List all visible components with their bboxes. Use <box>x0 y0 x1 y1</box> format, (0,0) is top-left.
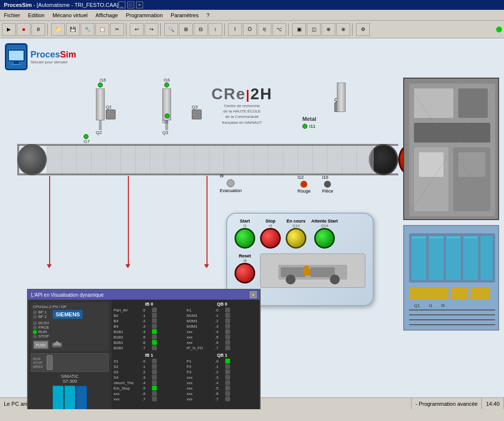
sensor-i16-led <box>164 83 169 87</box>
tb-btn3[interactable]: 🔧 <box>81 23 94 36</box>
io-bit-led <box>225 329 230 334</box>
tb-io3[interactable]: ⎗ <box>258 23 271 36</box>
push-button[interactable]: PUSH <box>33 340 49 349</box>
cylinder-i16: I16 Q3 <box>162 78 171 135</box>
bf2-led <box>33 315 37 319</box>
sensor-i11-led <box>302 124 307 129</box>
io-bit-led <box>225 375 230 380</box>
reset-button[interactable] <box>235 263 255 283</box>
svg-rect-2 <box>14 62 19 64</box>
tb-redo[interactable]: ↪ <box>145 23 158 36</box>
tb-btn8[interactable]: ⊟ <box>194 23 208 36</box>
io-bit-led <box>225 380 230 385</box>
tb-btn4[interactable]: 📋 <box>95 23 109 36</box>
left-roller <box>17 144 47 175</box>
svg-rect-18 <box>419 152 444 177</box>
tb-stop[interactable]: ■ <box>17 23 30 36</box>
tb-var3[interactable]: ⊕ <box>322 23 335 36</box>
menu-mecano[interactable]: Mécano virtuel <box>49 11 92 19</box>
maximize-button[interactable]: □ <box>127 1 134 8</box>
tb-var1[interactable]: ▣ <box>292 23 306 36</box>
menu-edition[interactable]: Edition <box>24 11 49 19</box>
tb-io2[interactable]: O <box>243 23 257 36</box>
io-bit-led <box>152 318 157 323</box>
io-row: oteur0_The.4 <box>114 380 185 385</box>
menu-programmation[interactable]: Programmation <box>122 11 167 19</box>
logo-text: ProcesSim <box>30 50 76 60</box>
io-bit-led <box>152 345 157 350</box>
svg-rect-6 <box>310 267 335 277</box>
io-bit-led <box>152 375 157 380</box>
attente-start-button[interactable] <box>314 228 335 249</box>
svg-rect-15 <box>414 123 490 142</box>
cyl-right <box>337 83 346 112</box>
io-bit-led <box>152 335 157 339</box>
svg-point-7 <box>286 275 296 284</box>
en-cours-area: En cours Q13 <box>286 219 306 249</box>
ib0-rows: Part_AV.0B2.1B3.2B4.3B1B1.4B1B2.5B2B1.6B… <box>114 308 185 350</box>
svg-rect-3 <box>11 64 21 65</box>
module-1 <box>53 386 63 409</box>
photo-panel-2: Q1 I1 I5 <box>403 225 499 331</box>
start-button[interactable] <box>235 228 255 249</box>
io-bit-led <box>225 313 230 318</box>
tb-undo[interactable]: ↩ <box>130 23 144 36</box>
api-close-button[interactable]: × <box>250 291 257 298</box>
io-row: IP_N_FO.7 <box>187 345 258 350</box>
io-bit-led <box>225 318 230 323</box>
stop-button[interactable] <box>260 228 281 249</box>
menu-help[interactable]: ? <box>203 11 213 19</box>
simulation-canvas: ProcesSim Simuler pour stimuler CRe|2H C… <box>0 38 504 409</box>
svg-rect-41 <box>409 319 495 320</box>
menu-fichier[interactable]: Fichier <box>0 11 24 19</box>
svg-rect-30 <box>429 237 443 238</box>
tb-io4[interactable]: ⌥ <box>272 23 286 36</box>
window-controls: _ □ × <box>119 1 143 8</box>
close-button[interactable]: × <box>136 1 143 8</box>
run-led <box>33 330 37 334</box>
tb-new[interactable]: ▶ <box>2 23 16 36</box>
tb-btn7[interactable]: ⊞ <box>179 23 193 36</box>
belt-pattern <box>47 146 374 173</box>
io-row: xxx.7 <box>187 396 258 401</box>
sep1 <box>47 23 49 36</box>
io-row: Part_AV.0 <box>114 308 185 312</box>
io-bit-led <box>152 340 157 345</box>
status-time: 14:40 <box>482 398 504 409</box>
io-bit-led <box>152 324 157 329</box>
io-row: B2B1.6 <box>114 340 185 345</box>
io-bit-led <box>152 313 157 318</box>
tb-save[interactable]: 💾 <box>66 23 80 36</box>
en-cours-button[interactable] <box>286 228 306 249</box>
i9-symbol <box>227 179 235 187</box>
q2-indicator <box>106 110 116 119</box>
qb1-rows: P1.0P2.1P3.2xxx.3xxx.4xxx.5xxx.6xxx.7 <box>187 359 258 401</box>
sensor-i18-led <box>98 83 103 87</box>
mode-switch[interactable] <box>47 355 53 370</box>
sensor-i15-led <box>165 113 170 118</box>
io-row: S3.2 <box>114 369 185 374</box>
svg-rect-42 <box>409 324 495 325</box>
io-row: xxx.4 <box>187 329 258 334</box>
tb-pause[interactable]: ⏸ <box>31 23 45 36</box>
tb-zoom[interactable]: 🔍 <box>164 23 178 36</box>
minimize-button[interactable]: _ <box>119 1 125 8</box>
tb-var2[interactable]: ◫ <box>307 23 321 36</box>
tb-io1[interactable]: I <box>228 23 242 36</box>
logo-subtitle: Simuler pour stimuler <box>30 60 76 64</box>
tb-var4[interactable]: ⊗ <box>336 23 350 36</box>
io-row: B1B1.4 <box>114 329 185 334</box>
io-row: xxx.7 <box>114 396 185 401</box>
tb-btn9[interactable]: ↕ <box>208 23 222 36</box>
tb-settings[interactable]: ⚙ <box>356 23 370 36</box>
menu-parametres[interactable]: Paramètres <box>167 11 203 19</box>
io-bit-led <box>225 340 230 345</box>
io-tables: IB 0 Part_AV.0B2.1B3.2B4.3B1B1.4B1B2.5B2… <box>112 300 260 409</box>
tb-btn5[interactable]: ✂ <box>110 23 124 36</box>
tb-open[interactable]: 📁 <box>51 23 65 36</box>
dcsv-led <box>33 321 37 325</box>
conveyor-bottom <box>17 173 398 175</box>
sep3 <box>160 23 162 36</box>
metal-label: Metal <box>302 116 316 122</box>
menu-affichage[interactable]: Affichage <box>91 11 122 19</box>
